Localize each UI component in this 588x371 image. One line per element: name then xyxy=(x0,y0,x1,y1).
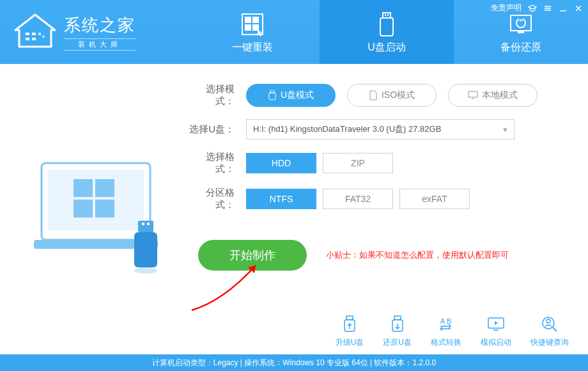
status-os-label: 操作系统： xyxy=(244,358,282,368)
usb-select-value: H:I: (hd1) KingstonDataTraveler 3.0 (U盘)… xyxy=(253,123,441,135)
svg-text:B: B xyxy=(447,317,451,325)
start-button[interactable]: 开始制作 xyxy=(198,240,307,271)
config-form: 选择模式： U盘模式 ISO模式 本地模式 选择U盘： H:I: (hd1) K… xyxy=(182,83,566,345)
close-icon[interactable] xyxy=(574,4,583,13)
file-icon xyxy=(369,90,378,100)
usb-drive-icon xyxy=(373,10,401,38)
svg-rect-30 xyxy=(270,90,274,93)
mode-label: 选择模式： xyxy=(189,83,246,107)
partition-fat32-button[interactable]: FAT32 xyxy=(323,189,393,209)
disclaimer-link[interactable]: 免责声明 xyxy=(491,3,522,13)
menu-icon[interactable] xyxy=(543,4,552,13)
svg-rect-8 xyxy=(252,17,259,23)
chevron-down-icon: ▾ xyxy=(503,125,507,134)
usb-up-icon xyxy=(340,315,359,334)
house-logo-icon xyxy=(13,13,58,51)
svg-rect-31 xyxy=(269,93,275,100)
simboot-button[interactable]: 模拟启动 xyxy=(481,315,511,348)
svg-rect-26 xyxy=(142,223,144,225)
status-boot-type: Legacy xyxy=(213,358,238,367)
format-row: 选择格式： HDD ZIP xyxy=(189,151,566,175)
svg-rect-25 xyxy=(138,221,153,232)
status-os: Windows 10 专业版 64位 xyxy=(282,358,368,368)
svg-rect-22 xyxy=(74,200,93,217)
header: 系统之家 装机大师 一键重装 U盘启动 备份还原 免责声明 xyxy=(0,0,588,64)
monitor-icon xyxy=(468,91,478,100)
svg-text:A: A xyxy=(440,317,445,325)
partition-exfat-button[interactable]: exFAT xyxy=(399,189,470,209)
svg-rect-1 xyxy=(32,33,36,35)
format-zip-button[interactable]: ZIP xyxy=(323,153,393,173)
mode-local-button[interactable]: 本地模式 xyxy=(448,84,538,107)
tab-usb-boot[interactable]: U盘启动 xyxy=(320,0,454,64)
svg-rect-13 xyxy=(387,14,389,16)
upgrade-usb-button[interactable]: 升级U盘 xyxy=(336,315,364,348)
logo-subtitle: 装机大师 xyxy=(64,38,135,51)
window-controls: 免责声明 xyxy=(491,3,583,13)
convert-button[interactable]: AB 格式转换 xyxy=(431,315,461,348)
status-bar: 计算机启动类型： Legacy | 操作系统： Windows 10 专业版 6… xyxy=(0,354,588,371)
tab-label: 备份还原 xyxy=(500,41,541,54)
bottom-actions: 升级U盘 还原U盘 AB 格式转换 模拟启动 快捷键查询 xyxy=(336,315,569,348)
svg-rect-5 xyxy=(42,35,45,38)
search-person-icon xyxy=(540,315,559,334)
svg-rect-23 xyxy=(95,200,114,217)
svg-rect-14 xyxy=(380,18,393,36)
svg-rect-3 xyxy=(32,38,36,40)
svg-rect-21 xyxy=(95,179,114,197)
svg-rect-28 xyxy=(134,232,157,267)
usb-select-row: 选择U盘： H:I: (hd1) KingstonDataTraveler 3.… xyxy=(189,119,566,139)
mode-row: 选择模式： U盘模式 ISO模式 本地模式 xyxy=(189,83,566,107)
partition-row: 分区格式： NTFS FAT32 exFAT xyxy=(189,187,566,211)
svg-rect-11 xyxy=(383,13,391,18)
logo-title: 系统之家 xyxy=(64,14,135,36)
svg-rect-4 xyxy=(38,33,41,35)
usb-down-icon xyxy=(388,315,407,334)
windows-cursor-icon xyxy=(238,10,267,38)
partition-label: 分区格式： xyxy=(189,187,246,211)
svg-point-29 xyxy=(134,267,157,274)
status-boot-type-label: 计算机启动类型： xyxy=(152,358,213,368)
svg-rect-15 xyxy=(511,15,531,31)
svg-rect-0 xyxy=(26,33,29,35)
minimize-icon[interactable] xyxy=(559,4,568,13)
laptop-usb-illustration-icon xyxy=(29,150,176,278)
status-ver: 1.2.0.0 xyxy=(412,358,436,367)
monitor-play-icon xyxy=(486,315,506,334)
svg-rect-2 xyxy=(26,38,29,40)
main-content: 选择模式： U盘模式 ISO模式 本地模式 选择U盘： H:I: (hd1) K… xyxy=(0,64,588,345)
convert-icon: AB xyxy=(437,315,456,334)
tab-reinstall[interactable]: 一键重装 xyxy=(185,0,320,64)
usb-label: 选择U盘： xyxy=(189,123,246,136)
usb-select[interactable]: H:I: (hd1) KingstonDataTraveler 3.0 (U盘)… xyxy=(246,119,514,139)
tab-label: U盘启动 xyxy=(368,41,406,54)
svg-rect-27 xyxy=(147,223,150,225)
usb-small-icon xyxy=(268,90,277,100)
backup-restore-icon xyxy=(507,10,535,38)
svg-rect-16 xyxy=(518,31,524,33)
svg-rect-35 xyxy=(394,316,401,320)
svg-rect-32 xyxy=(468,91,477,97)
svg-rect-9 xyxy=(245,24,251,31)
graduation-icon[interactable] xyxy=(528,4,537,13)
logo: 系统之家 装机大师 xyxy=(0,13,185,51)
status-ver-label: 软件版本： xyxy=(374,358,412,368)
illustration xyxy=(22,83,182,345)
partition-ntfs-button[interactable]: NTFS xyxy=(246,189,316,209)
start-row: 开始制作 小贴士：如果不知道怎么配置，使用默认配置即可 xyxy=(189,240,566,271)
restore-usb-button[interactable]: 还原U盘 xyxy=(383,315,412,348)
shortcut-button[interactable]: 快捷键查询 xyxy=(530,315,569,348)
format-label: 选择格式： xyxy=(189,151,246,175)
svg-rect-12 xyxy=(385,14,386,16)
svg-rect-33 xyxy=(346,316,353,320)
mode-iso-button[interactable]: ISO模式 xyxy=(347,84,437,107)
svg-rect-20 xyxy=(74,179,93,197)
tab-label: 一键重装 xyxy=(232,41,273,54)
tip-text: 小贴士：如果不知道怎么配置，使用默认配置即可 xyxy=(326,249,509,261)
svg-rect-7 xyxy=(245,17,251,23)
mode-usb-button[interactable]: U盘模式 xyxy=(246,84,336,107)
svg-point-41 xyxy=(546,319,550,323)
format-hdd-button[interactable]: HDD xyxy=(246,153,316,173)
